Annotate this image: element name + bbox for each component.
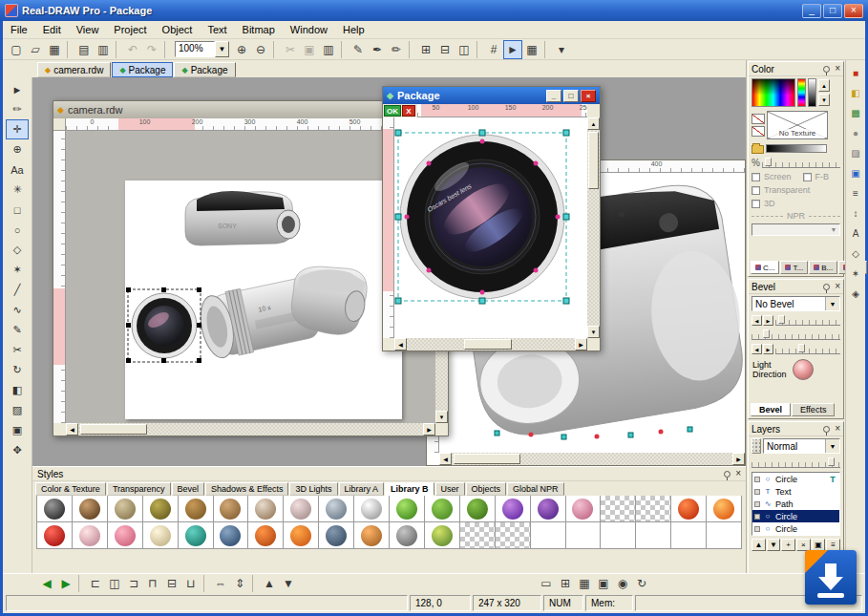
color-panel-tab[interactable]: B...	[809, 261, 837, 274]
style-swatch-cell[interactable]	[248, 522, 284, 549]
zoom-dropdown-arrow-icon[interactable]: ▼	[215, 41, 229, 57]
scroll-down-icon[interactable]: ▼	[435, 411, 448, 423]
layer-opacity-slider[interactable]	[752, 457, 840, 468]
style-swatch-cell[interactable]	[179, 522, 214, 549]
tool-button[interactable]: ✂	[6, 340, 29, 360]
dock-button[interactable]: ■	[847, 64, 864, 81]
layer-action-button[interactable]: ▲	[752, 539, 766, 551]
color-spectrum-picker[interactable]	[752, 78, 795, 107]
document-window-package[interactable]: ◆ Package _ □ × OK X 50100150200250	[382, 86, 601, 351]
toolbar-button[interactable]: ▣	[300, 40, 319, 59]
slider-thumb[interactable]	[798, 344, 805, 352]
tool-button[interactable]: ✥	[6, 440, 29, 460]
style-swatch-cell[interactable]	[214, 496, 249, 522]
style-swatch-cell[interactable]	[73, 496, 108, 522]
scrollbar-thumb[interactable]	[588, 132, 599, 189]
layer-visibility-dot[interactable]	[754, 514, 760, 520]
style-swatch-cell[interactable]	[143, 522, 179, 549]
tool-button[interactable]: ╱	[6, 280, 29, 300]
tool-button[interactable]: ⊕	[6, 139, 29, 159]
tool-button[interactable]: ↻	[6, 360, 29, 380]
styles-tab[interactable]: User	[435, 482, 465, 496]
scroll-right-icon[interactable]: ▶	[423, 423, 435, 435]
scroll-down-icon[interactable]: ▼	[587, 326, 600, 338]
menu-item[interactable]: Object	[155, 22, 201, 37]
bevel-smooth-slider[interactable]	[775, 344, 840, 354]
style-swatch-cell[interactable]	[214, 522, 249, 549]
style-swatch-cell[interactable]	[636, 522, 671, 549]
doc-minimize-button[interactable]: _	[546, 90, 561, 102]
style-swatch-cell[interactable]	[425, 522, 460, 549]
close-button[interactable]: ×	[844, 4, 863, 18]
style-swatch-cell[interactable]	[566, 496, 602, 522]
bottom-toolbar-button[interactable]: ◀	[37, 574, 56, 593]
style-swatch-cell[interactable]	[73, 522, 108, 549]
tool-button[interactable]: ▣	[6, 420, 29, 440]
bottom-toolbar-button[interactable]: ⇔	[211, 574, 230, 593]
bottom-toolbar-button[interactable]: ⊟	[162, 574, 181, 593]
layer-row[interactable]: ○ Circle	[752, 522, 839, 535]
cancel-x-button[interactable]: X	[402, 105, 415, 117]
styles-tab[interactable]: Shadows & Effects	[205, 482, 288, 496]
toolbar-button[interactable]: ↷	[142, 40, 161, 59]
style-swatch-cell[interactable]	[319, 522, 354, 549]
toolbar-button[interactable]: ⊕	[232, 40, 251, 59]
pin-icon[interactable]	[823, 66, 830, 73]
menu-item[interactable]: Text	[200, 22, 234, 37]
tool-button[interactable]: ∿	[6, 300, 29, 320]
layer-visibility-dot[interactable]	[754, 501, 760, 507]
document-tab[interactable]: ◆ Package	[112, 62, 173, 77]
dock-button[interactable]: ▩	[847, 104, 864, 121]
style-swatch-cell[interactable]	[108, 496, 143, 522]
pin-icon[interactable]	[823, 426, 830, 433]
dock-button[interactable]: ✶	[847, 265, 864, 282]
tool-button[interactable]: Aa	[6, 159, 29, 180]
bottom-toolbar-button[interactable]: ↻	[632, 574, 651, 593]
styles-tab[interactable]: 3D Lights	[289, 482, 337, 496]
bottom-toolbar-button[interactable]: ◉	[613, 574, 632, 593]
tool-button[interactable]: ◧	[6, 380, 29, 400]
tool-button[interactable]: □	[6, 200, 29, 220]
scrollbar-thumb[interactable]	[454, 454, 520, 464]
toolbar-button[interactable]	[341, 41, 346, 58]
menu-item[interactable]: Help	[335, 22, 372, 37]
fill-swatch[interactable]	[752, 114, 765, 124]
tool-button[interactable]: ○	[6, 220, 29, 240]
layer-action-button[interactable]: ▼	[767, 539, 781, 551]
blend-mode-grip[interactable]	[752, 438, 761, 454]
color-panel-tab[interactable]: T...	[780, 261, 808, 274]
toolbar-button[interactable]	[409, 41, 413, 58]
toolbar-button[interactable]	[544, 41, 549, 58]
tool-button[interactable]: ►	[6, 79, 29, 99]
close-icon[interactable]: ×	[835, 425, 840, 433]
close-icon[interactable]: ×	[835, 65, 840, 73]
layer-visibility-dot[interactable]	[754, 526, 760, 532]
doc2-titlebar[interactable]: ◆ Package _ □ ×	[383, 87, 600, 104]
dropdown-arrow-icon[interactable]: ▼	[825, 297, 839, 310]
bevel-dec-icon[interactable]: ◀	[752, 315, 762, 326]
style-swatch-cell[interactable]	[284, 496, 319, 522]
layer-visibility-dot[interactable]	[754, 477, 760, 482]
screen-checkbox[interactable]	[752, 173, 760, 181]
style-swatch-cell[interactable]	[496, 522, 531, 549]
tool-button[interactable]: ✶	[6, 260, 29, 280]
style-swatch-cell[interactable]	[354, 522, 390, 549]
blend-mode-dropdown[interactable]: Normal ▼	[763, 438, 840, 454]
doc-close-button[interactable]: ×	[581, 90, 596, 102]
style-swatch-cell[interactable]	[390, 496, 425, 522]
toolbar-button[interactable]: ⊟	[435, 40, 455, 59]
layer-row[interactable]: ∿ Path	[752, 498, 839, 510]
toolbar-button[interactable]: ◫	[455, 40, 474, 59]
bottom-toolbar-button[interactable]	[203, 575, 208, 592]
toolbar-button[interactable]: #	[484, 40, 503, 59]
toolbar-button[interactable]: ▥	[94, 40, 113, 59]
light-direction-ball[interactable]	[793, 359, 814, 380]
style-swatch-cell[interactable]	[179, 496, 214, 522]
npr-preset-dropdown[interactable]: ▼	[752, 223, 840, 236]
styles-tab[interactable]: Global NPR	[507, 482, 564, 496]
bottom-toolbar-button[interactable]: ▭	[537, 574, 556, 593]
texture-preview[interactable]: No Texture	[767, 111, 828, 139]
bottom-toolbar-button[interactable]: ◫	[105, 574, 124, 593]
bottom-toolbar-button[interactable]: ⇕	[230, 574, 249, 593]
fb-checkbox[interactable]	[803, 173, 812, 181]
